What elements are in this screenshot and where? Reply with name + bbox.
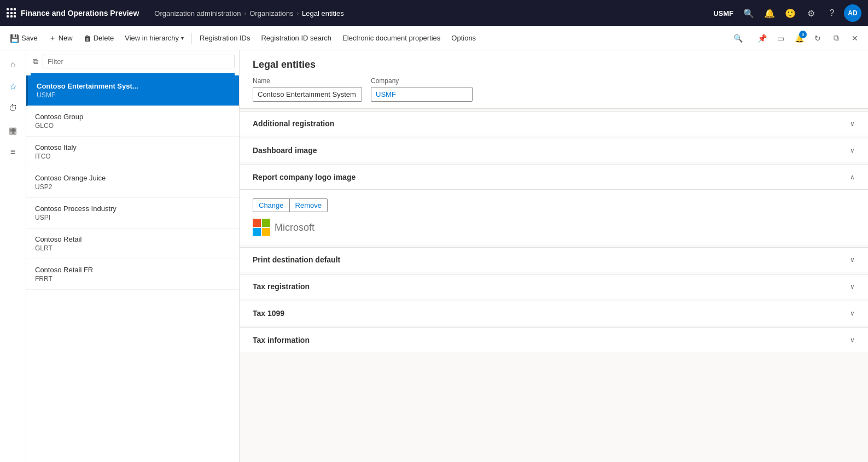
microsoft-logo: Microsoft (253, 219, 855, 236)
accordion-header-tax_registration[interactable]: Tax registration ∨ (240, 274, 868, 299)
change-logo-button[interactable]: Change (253, 198, 289, 212)
app-title: Finance and Operations Preview (21, 9, 139, 17)
refresh-icon[interactable]: ↻ (809, 30, 826, 47)
avatar[interactable]: AD (844, 4, 861, 22)
item-code: GLRT (35, 244, 230, 252)
item-code: USPI (35, 214, 230, 221)
command-bar: 💾 Save ＋ New 🗑 Delete View in hierarchy … (0, 26, 868, 50)
accordion-header-print_destination[interactable]: Print destination default ∨ (240, 248, 868, 272)
item-code: USP2 (35, 183, 230, 191)
chevron-down-icon: ∨ (850, 309, 855, 317)
ms-blue-square (253, 228, 261, 236)
ms-green-square (262, 219, 270, 227)
registration-ids-button[interactable]: Registration IDs (194, 28, 255, 48)
ms-logo-grid (253, 219, 270, 236)
cmd-search-icon[interactable]: 🔍 (729, 30, 747, 47)
accordion-header-tax_1099[interactable]: Tax 1099 ∨ (240, 301, 868, 325)
breadcrumb-organizations[interactable]: Organizations (249, 9, 293, 17)
app-grid-icon[interactable] (7, 8, 16, 18)
accordion-header-report_company_logo[interactable]: Report company logo image ∧ (240, 165, 868, 189)
item-name: Contoso Retail (35, 235, 230, 243)
chevron-down-icon: ∨ (850, 336, 855, 344)
detail-fields: Name Company (253, 77, 855, 102)
nav-list-icon[interactable]: ≡ (3, 142, 23, 162)
detail-panel: Legal entities Name Company Additional r… (240, 50, 868, 462)
new-icon: ＋ (49, 33, 56, 43)
save-icon: 💾 (10, 34, 19, 43)
list-panel: ⧉ Contoso Entertainment Syst... USMF Con… (26, 50, 240, 462)
accordion-title-print_destination: Print destination default (253, 255, 340, 264)
accordion-title-report_company_logo: Report company logo image (253, 173, 356, 182)
accordion-container: Additional registration ∨ Dashboard imag… (240, 111, 868, 352)
list-item[interactable]: Contoso Retail FR FRRT (26, 259, 239, 290)
name-label: Name (253, 77, 362, 85)
chevron-down-icon: ∨ (850, 147, 855, 154)
company-input[interactable] (371, 87, 473, 102)
notification-badge-icon[interactable]: 🔔 8 (790, 30, 808, 47)
breadcrumb: Organization administration › Organizati… (154, 9, 709, 17)
help-icon[interactable]: ? (823, 4, 841, 22)
accordion-section-dashboard_image: Dashboard image ∨ (240, 138, 868, 162)
pin-icon[interactable]: 📌 (753, 30, 771, 47)
accordion-header-dashboard_image[interactable]: Dashboard image ∨ (240, 138, 868, 162)
list-items: Contoso Entertainment Syst... USMF Conto… (26, 75, 239, 462)
save-button[interactable]: 💾 Save (4, 28, 43, 48)
accordion-header-additional_registration[interactable]: Additional registration ∨ (240, 112, 868, 136)
remove-logo-button[interactable]: Remove (289, 198, 328, 212)
nav-recent-icon[interactable]: ⏱ (3, 98, 23, 118)
list-item[interactable]: Contoso Process Industry USPI (26, 198, 239, 229)
chevron-down-icon: ▾ (181, 35, 184, 41)
item-name: Contoso Group (35, 113, 230, 121)
accordion-title-tax_1099: Tax 1099 (253, 309, 284, 318)
view-in-hierarchy-button[interactable]: View in hierarchy ▾ (119, 28, 189, 48)
chevron-down-icon: ∨ (850, 283, 855, 290)
filter-input[interactable] (43, 55, 235, 68)
notification-badge: 8 (799, 31, 807, 38)
delete-button[interactable]: 🗑 Delete (78, 28, 120, 48)
settings-icon[interactable]: ⚙ (802, 4, 820, 22)
nav-home-icon[interactable]: ⌂ (3, 55, 23, 74)
search-icon[interactable]: 🔍 (740, 4, 758, 22)
list-item[interactable]: Contoso Orange Juice USP2 (26, 167, 239, 198)
chevron-down-icon: ∨ (850, 256, 855, 264)
close-icon[interactable]: ✕ (846, 30, 864, 47)
item-code: FRRT (35, 275, 230, 283)
breadcrumb-org-admin[interactable]: Organization administration (154, 9, 241, 17)
detail-title: Legal entities (253, 59, 855, 71)
filter-icon[interactable]: ⧉ (31, 55, 40, 68)
new-button[interactable]: ＋ New (43, 28, 78, 48)
list-item[interactable]: Contoso Retail GLRT (26, 229, 239, 259)
company-field-group: Company (371, 77, 473, 102)
ms-yellow-square (262, 228, 270, 236)
options-button[interactable]: Options (446, 28, 481, 48)
list-item[interactable]: Contoso Group GLCO (26, 106, 239, 137)
accordion-section-tax_1099: Tax 1099 ∨ (240, 301, 868, 325)
emoji-icon[interactable]: 🙂 (782, 4, 799, 22)
accordion-title-tax_information: Tax information (253, 336, 310, 344)
nav-star-icon[interactable]: ☆ (3, 77, 23, 96)
right-toolbar: 📌 ▭ 🔔 8 ↻ ⧉ ✕ (753, 30, 864, 47)
nav-table-icon[interactable]: ▦ (3, 120, 23, 140)
accordion-header-tax_information[interactable]: Tax information ∨ (240, 328, 868, 352)
accordion-section-additional_registration: Additional registration ∨ (240, 111, 868, 136)
registration-id-search-button[interactable]: Registration ID search (255, 28, 337, 48)
microsoft-name: Microsoft (275, 222, 314, 233)
list-item[interactable]: Contoso Italy ITCO (26, 137, 239, 167)
name-input[interactable] (253, 87, 362, 102)
list-filter-bar: ⧉ (26, 50, 239, 73)
notification-icon[interactable]: 🔔 (761, 4, 778, 22)
open-in-new-icon[interactable]: ⧉ (828, 30, 845, 47)
accordion-title-additional_registration: Additional registration (253, 119, 334, 128)
layout-icon[interactable]: ▭ (772, 30, 789, 47)
item-code: ITCO (35, 153, 230, 160)
item-name: Contoso Entertainment Syst... (37, 82, 230, 90)
top-bar: Finance and Operations Preview Organizat… (0, 0, 868, 26)
company-label: Company (371, 77, 473, 85)
electronic-doc-button[interactable]: Electronic document properties (337, 28, 446, 48)
item-name: Contoso Orange Juice (35, 174, 230, 182)
item-code: GLCO (35, 122, 230, 130)
chevron-up-icon: ∧ (850, 173, 855, 181)
logo-actions: Change Remove (253, 198, 855, 212)
accordion-content-report_company_logo: Change Remove Microsoft (240, 189, 868, 245)
list-item[interactable]: Contoso Entertainment Syst... USMF (26, 75, 239, 106)
